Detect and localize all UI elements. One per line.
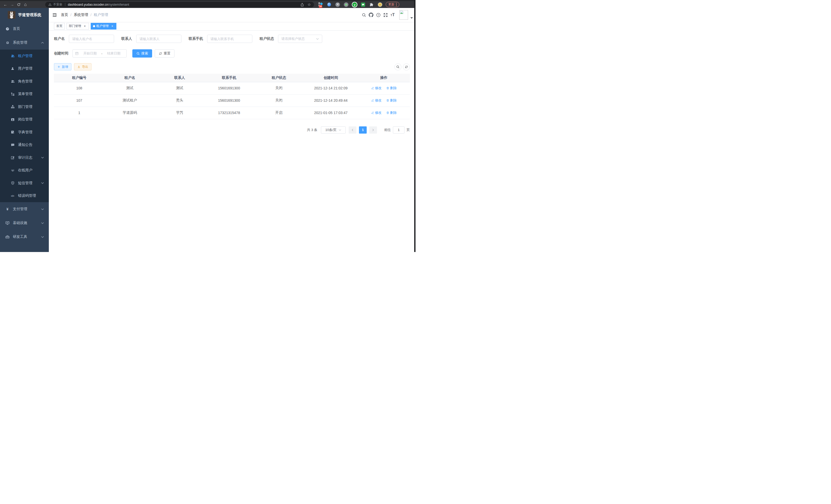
search-icon	[137, 52, 140, 55]
browser-update-button[interactable]: 更新	[386, 2, 399, 7]
table-row: 1 芋道源码 芋艿 17321315478 开启 2021-01-05 17:0…	[54, 107, 410, 119]
sidebar-item-dict[interactable]: 字典管理	[0, 126, 49, 139]
sidebar-item-menu[interactable]: 菜单管理	[0, 88, 49, 101]
end-date-placeholder[interactable]: 结束日期	[104, 51, 124, 56]
prev-page-button[interactable]	[349, 126, 356, 134]
status-value: 开启	[254, 107, 304, 119]
trash-icon	[386, 111, 389, 114]
close-icon[interactable]: ×	[83, 24, 87, 28]
create-time-range-picker[interactable]: 开始日期 - 结束日期	[73, 49, 127, 58]
next-page-button[interactable]	[369, 126, 377, 134]
tenant-table: 租户编号 租户名 联系人 联系手机 租户状态 创建时间 操作 108 测试 测试…	[54, 74, 410, 119]
export-button[interactable]: 导出	[74, 63, 91, 70]
delete-button[interactable]: 删除	[386, 98, 397, 103]
address-bar[interactable]: 不安全 dashboard.yudao.iocoder.cn/system/te…	[45, 2, 314, 7]
chat-extension-icon[interactable]	[361, 2, 366, 7]
breadcrumb: 首页 / 系统管理 / 租户管理	[61, 12, 108, 17]
sidebar-item-error-code[interactable]: 错误码管理	[0, 189, 49, 202]
chevron-up-icon	[41, 42, 44, 44]
sidebar-item-post[interactable]: 岗位管理	[0, 113, 49, 126]
sidebar-item-home[interactable]: 首页	[0, 22, 49, 36]
page-size-select[interactable]: 10条/页	[321, 126, 346, 134]
delete-button[interactable]: 删除	[386, 86, 397, 90]
update-label: 更新	[388, 2, 395, 7]
contact-input[interactable]	[136, 35, 181, 43]
emoji-smiley-extension-icon[interactable]	[377, 2, 382, 7]
sidebar-item-dept[interactable]: 部门管理	[0, 100, 49, 113]
sidebar-item-online-user[interactable]: 在线用户	[0, 164, 49, 177]
tab-tenant[interactable]: 租户管理 ×	[91, 23, 116, 30]
page-number-current[interactable]: 1	[359, 126, 367, 134]
sidebar-item-audit-log[interactable]: 审计日志	[0, 151, 49, 164]
contact-label: 联系人	[121, 36, 132, 41]
yudao-logo-extension-icon[interactable]: y	[352, 2, 357, 7]
table-row: 108 测试 测试 15601691300 关闭 2021-12-14 21:0…	[54, 82, 410, 94]
trash-icon	[386, 87, 389, 90]
table-toolbar: 新增 导出	[54, 63, 410, 70]
delete-button[interactable]: 删除	[386, 111, 397, 115]
browser-forward-icon[interactable]: →	[9, 2, 16, 8]
tab-dept[interactable]: 部门管理 ×	[66, 23, 89, 30]
download-icon	[77, 65, 80, 68]
browser-home-icon[interactable]: ⌂	[22, 2, 29, 8]
browser-back-icon[interactable]: ←	[2, 2, 9, 8]
breadcrumb-system[interactable]: 系统管理	[74, 12, 88, 17]
sidebar-item-sms[interactable]: 短信管理	[0, 177, 49, 189]
tenant-name-input[interactable]	[69, 35, 114, 43]
font-size-icon[interactable]: TT	[389, 8, 396, 22]
sidebar-item-infra[interactable]: 基础设施	[0, 216, 49, 230]
app-logo[interactable]: 芋道管理系统	[0, 8, 49, 22]
command-extension-icon[interactable]: ⌘	[335, 2, 340, 7]
refresh-table-button[interactable]	[403, 63, 410, 70]
caret-down-icon[interactable]	[410, 17, 413, 19]
sidebar-item-pay[interactable]: 支付管理	[0, 202, 49, 216]
chevron-down-icon	[41, 182, 44, 184]
col-created-at: 创建时间	[304, 74, 358, 82]
status-select[interactable]: 请选择租户状态	[278, 35, 322, 43]
pagination: 共 3 条 10条/页 1 前往 页	[54, 126, 410, 134]
share-icon[interactable]	[300, 3, 304, 6]
breadcrumb-separator: /	[70, 13, 71, 17]
browser-menu-kebab-icon[interactable]	[396, 3, 397, 6]
fullscreen-icon[interactable]	[382, 8, 389, 22]
audit-log-icon	[10, 156, 15, 160]
avatar[interactable]	[399, 10, 408, 20]
close-icon[interactable]: ×	[111, 24, 114, 28]
security-label[interactable]: 不安全	[53, 2, 62, 7]
status-value: 关闭	[254, 94, 304, 107]
edit-button[interactable]: 修改	[371, 86, 381, 90]
sidebar-item-role[interactable]: 角色管理	[0, 75, 49, 88]
main-area: 首页 / 系统管理 / 租户管理 TT 首页 部门管理 × 租户管理 ×	[49, 8, 416, 252]
create-time-label: 创建时间	[54, 51, 68, 56]
search-icon[interactable]	[360, 8, 368, 22]
start-date-placeholder[interactable]: 开始日期	[80, 51, 100, 56]
help-icon[interactable]	[375, 8, 382, 22]
add-button[interactable]: 新增	[54, 63, 71, 70]
pencil-icon	[371, 111, 374, 114]
tab-home[interactable]: 首页	[54, 23, 65, 30]
edit-button[interactable]: 修改	[371, 98, 381, 103]
sidebar-item-user[interactable]: 用户管理	[0, 62, 49, 75]
extensions-puzzle-icon[interactable]	[369, 2, 374, 7]
breadcrumb-home[interactable]: 首页	[61, 12, 68, 17]
sidebar-item-tenant[interactable]: 租户管理	[0, 50, 49, 62]
plus-icon	[57, 65, 60, 68]
github-icon[interactable]	[368, 8, 375, 22]
show-search-toggle-button[interactable]	[395, 63, 401, 70]
edit-button[interactable]: 修改	[371, 111, 381, 115]
goto-page-input[interactable]	[393, 126, 404, 134]
browser-reload-icon[interactable]	[16, 2, 22, 8]
sidebar-toggle-icon[interactable]	[52, 12, 57, 18]
reset-button[interactable]: 重置	[155, 49, 174, 58]
sidebar-item-notice[interactable]: 通知公告	[0, 139, 49, 152]
recorder-dot-extension-icon[interactable]	[344, 2, 349, 7]
sidebar-item-dev-tools[interactable]: 研发工具	[0, 230, 49, 244]
mobile-input[interactable]	[207, 35, 252, 43]
sidebar-item-system[interactable]: 系统管理	[0, 36, 49, 50]
balloon-extension-icon[interactable]	[326, 2, 332, 7]
security-warning-icon	[48, 3, 52, 6]
grid-diamond-extension-icon[interactable]: 10	[318, 2, 323, 7]
search-button[interactable]: 搜索	[132, 49, 152, 58]
tenant-name-label: 租户名	[54, 36, 65, 41]
bookmark-star-icon[interactable]: ☆	[308, 3, 311, 6]
